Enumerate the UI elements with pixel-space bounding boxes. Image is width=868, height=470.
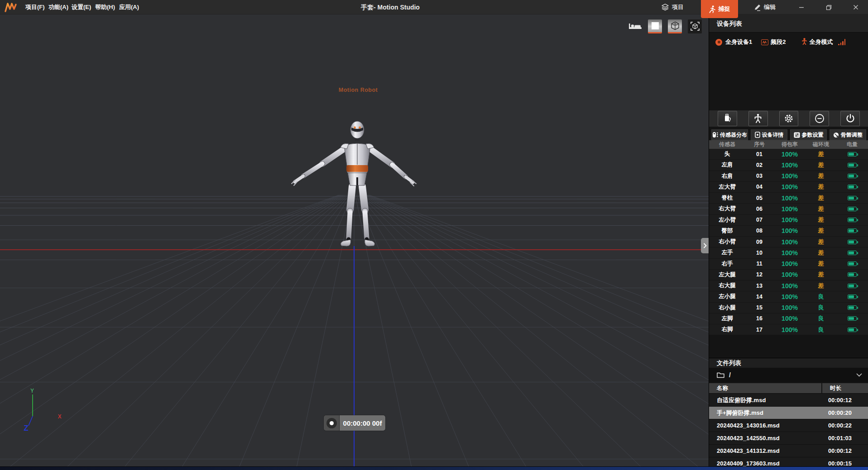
sensor-row[interactable]: 左手10100%差 (709, 247, 868, 258)
lying-pose-icon[interactable] (628, 22, 642, 31)
sensor-row[interactable]: 左小腿14100%良 (709, 291, 868, 302)
magnetic-status: 差 (806, 271, 836, 279)
menu-settings[interactable]: 设置(E) (69, 0, 94, 14)
menu-help[interactable]: 帮助(H) (92, 0, 118, 14)
close-button[interactable] (848, 0, 863, 14)
device-band: 频段2 (771, 38, 786, 46)
sensor-row[interactable]: 脊柱05100%差 (709, 193, 868, 204)
sensor-name: 左手 (709, 249, 745, 256)
sensor-row[interactable]: 右小腿15100%良 (709, 303, 868, 313)
file-duration: 00:00:12 (820, 447, 852, 454)
sensor-row[interactable]: 左脚16100%良 (709, 313, 868, 324)
sensor-row[interactable]: 右肩03100%差 (709, 171, 868, 182)
packet-rate: 100% (773, 205, 806, 213)
menu-function[interactable]: 功能(A) (46, 0, 71, 14)
pencil-icon (753, 4, 761, 11)
sensor-index: 06 (745, 206, 773, 212)
device-panel: 设备列表 全身设备1 频段2 全身模式 (709, 14, 868, 466)
file-name: 手+脚俯卧撑.msd (709, 409, 820, 417)
packet-rate: 100% (773, 172, 806, 180)
sensor-row[interactable]: 左小臂07100%差 (709, 215, 868, 226)
band-icon (761, 39, 768, 45)
power-off-button[interactable] (840, 111, 860, 126)
usb-dongle-icon (723, 114, 732, 123)
col-magnetic: 磁环境 (806, 141, 836, 148)
sensor-name: 臀部 (709, 227, 745, 235)
body-pose-icon (753, 114, 762, 123)
file-row[interactable]: 20240409_173603.msd00:00:15 (709, 457, 868, 466)
packet-rate: 100% (773, 271, 806, 278)
device-list-area: 全身设备1 频段2 全身模式 (709, 33, 868, 110)
file-row[interactable]: 手+脚俯卧撑.msd00:00:20 (709, 407, 868, 419)
panel-collapse-handle[interactable] (701, 238, 709, 253)
packet-rate: 100% (773, 161, 806, 169)
sensor-index: 17 (745, 327, 773, 333)
tab-project-label: 项目 (672, 3, 684, 11)
ground-plane-toggle-button[interactable] (648, 19, 662, 33)
sensor-index: 15 (745, 304, 773, 311)
tab-device-details[interactable]: 设备详情 (751, 129, 787, 140)
sensor-row[interactable]: 右脚17100%良 (709, 324, 868, 335)
battery-icon (848, 305, 857, 310)
packet-rate: 100% (773, 260, 806, 267)
device-settings-button[interactable] (779, 111, 799, 126)
minimize-button[interactable] (794, 0, 809, 14)
menu-project[interactable]: 项目(F) (23, 0, 48, 14)
sensor-row[interactable]: 右大臂06100%差 (709, 204, 868, 214)
device-mode: 全身模式 (809, 38, 833, 46)
sensor-index: 01 (745, 151, 773, 157)
device-row[interactable]: 全身设备1 频段2 全身模式 (715, 38, 845, 46)
sensor-row[interactable]: 左大腿12100%差 (709, 270, 868, 280)
packet-rate: 100% (773, 282, 806, 290)
packet-rate: 100% (773, 216, 806, 223)
battery-icon (848, 240, 857, 244)
record-button[interactable] (324, 415, 340, 431)
file-row[interactable]: 自适应俯卧撑.msd00:00:12 (709, 394, 868, 407)
magnetic-status: 差 (806, 216, 836, 224)
tab-skeleton-adjust[interactable]: 骨骼调整 (830, 129, 866, 140)
tab-edit[interactable]: 编辑 (753, 0, 776, 14)
disconnect-button[interactable] (810, 111, 829, 126)
sensor-row[interactable]: 臀部08100%差 (709, 226, 868, 237)
sensor-index: 11 (745, 261, 773, 267)
record-icon (326, 418, 337, 428)
file-name: 20240409_173603.msd (709, 460, 820, 466)
file-path-row[interactable]: / (709, 368, 868, 382)
file-name: 20240423_141312.msd (709, 447, 820, 454)
connect-usb-button[interactable] (718, 111, 737, 126)
packet-rate: 100% (773, 183, 806, 190)
tab-parameter-settings[interactable]: 参数设置 (790, 129, 827, 140)
file-duration: 00:00:15 (820, 460, 852, 466)
sensor-row[interactable]: 右小臂09100%差 (709, 237, 868, 247)
sensor-row[interactable]: 左大臂04100%差 (709, 182, 868, 193)
sensor-index: 07 (745, 217, 773, 223)
magnetic-status: 差 (806, 150, 836, 158)
file-row[interactable]: 20240423_143016.msd00:00:22 (709, 419, 868, 432)
battery-icon (848, 251, 857, 255)
tab-skeleton-adjust-label: 骨骼调整 (841, 131, 863, 139)
chevron-down-icon[interactable] (856, 373, 862, 377)
bounding-box-toggle-button[interactable] (668, 19, 682, 33)
sensor-row[interactable]: 左肩02100%差 (709, 160, 868, 171)
window-title: 手套- Motion Studio (361, 0, 420, 14)
tab-project[interactable]: 项目 (661, 0, 684, 14)
menu-apps[interactable]: 应用(A) (116, 0, 142, 14)
battery-icon (848, 152, 857, 157)
sensor-index: 12 (745, 271, 773, 278)
sensor-row[interactable]: 头01100%差 (709, 149, 868, 160)
viewport-3d[interactable]: Y X Z Motion Robot (0, 14, 709, 466)
tab-sensor-distribution[interactable]: 传感器分布 (711, 129, 748, 140)
file-row[interactable]: 20240423_141312.msd00:00:12 (709, 445, 868, 457)
battery-icon (848, 185, 857, 189)
file-row[interactable]: 20240423_142550.msd00:01:03 (709, 432, 868, 445)
sensor-index: 08 (745, 228, 773, 234)
battery-icon (848, 328, 857, 332)
sensor-row[interactable]: 右手11100%差 (709, 259, 868, 270)
maximize-button[interactable] (821, 0, 836, 14)
calibrate-pose-button[interactable] (748, 111, 768, 126)
sensor-row[interactable]: 右大腿13100%差 (709, 280, 868, 291)
tab-capture[interactable]: 捕捉 (701, 0, 738, 18)
col-sensor: 传感器 (709, 141, 745, 148)
focus-camera-button[interactable] (688, 19, 702, 33)
plane-icon (651, 22, 659, 30)
